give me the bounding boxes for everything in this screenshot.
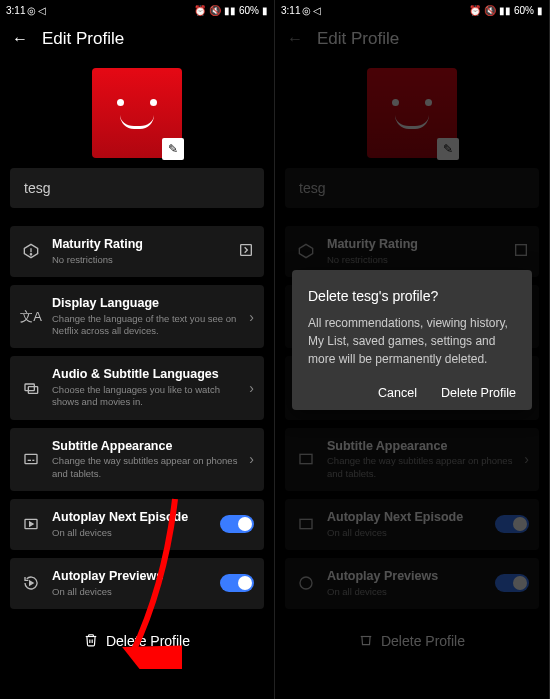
svg-rect-3 [241, 245, 252, 256]
battery-text: 60% [239, 5, 259, 16]
app-header: ← Edit Profile [0, 20, 274, 58]
row-sub: On all devices [327, 527, 485, 539]
trash-icon [359, 633, 373, 650]
profile-name-input [285, 168, 539, 208]
page-title: Edit Profile [42, 29, 124, 49]
signal-icon: ▮▮ [499, 5, 511, 16]
svg-rect-16 [300, 520, 312, 529]
previews-icon [295, 575, 317, 591]
dialog-body: All recommendations, viewing history, My… [308, 314, 516, 368]
svg-point-2 [30, 254, 31, 255]
row-title: Autoplay Next Episode [327, 510, 485, 526]
clock: 3:11 [281, 5, 300, 16]
mute-icon: 🔇 [209, 5, 221, 16]
cancel-button[interactable]: Cancel [378, 386, 417, 400]
row-sub: Choose the languages you like to watch s… [52, 384, 239, 409]
toggle-autoplay-previews [495, 574, 529, 592]
content-area: ✎ Maturity Rating No restrictions 文A Dis… [0, 58, 274, 609]
row-title: Maturity Rating [52, 237, 228, 253]
subtitle-icon [295, 451, 317, 467]
alarm-icon: ⏰ [469, 5, 481, 16]
row-title: Display Language [52, 296, 239, 312]
pane-delete-dialog: 3:11 ◎ ◁ ⏰ 🔇 ▮▮ 60% ▮ ← Edit Profile ✎ M… [275, 0, 550, 699]
signal-icon: ▮▮ [224, 5, 236, 16]
app-header: ← Edit Profile [275, 20, 549, 58]
confirm-delete-button[interactable]: Delete Profile [441, 386, 516, 400]
row-sub: On all devices [52, 527, 210, 539]
battery-icon: ▮ [537, 5, 543, 16]
dialog-title: Delete tesg's profile? [308, 288, 516, 304]
avatar-container: ✎ [10, 68, 264, 158]
svg-marker-10 [30, 522, 33, 526]
row-sub: Change the way subtitles appear on phone… [327, 455, 514, 480]
battery-icon: ▮ [262, 5, 268, 16]
row-display-language[interactable]: 文A Display Language Change the language … [10, 285, 264, 348]
row-sub: On all devices [52, 586, 210, 598]
avatar[interactable]: ✎ [92, 68, 182, 158]
chevron-right-icon: › [249, 380, 254, 396]
profile-name-input[interactable] [10, 168, 264, 208]
delete-label: Delete Profile [106, 633, 190, 649]
toggle-autoplay-next [495, 515, 529, 533]
page-title: Edit Profile [317, 29, 399, 49]
play-next-icon [20, 516, 42, 532]
svg-point-17 [300, 577, 312, 589]
edit-avatar-icon[interactable]: ✎ [162, 138, 184, 160]
delete-profile-button[interactable]: Delete Profile [0, 617, 274, 658]
row-title: Autoplay Next Episode [52, 510, 210, 526]
row-title: Audio & Subtitle Languages [52, 367, 239, 383]
row-autoplay-next: Autoplay Next Episode On all devices [10, 499, 264, 550]
row-audio-subtitle[interactable]: Audio & Subtitle Languages Choose the la… [10, 356, 264, 419]
row-sub: Change the language of the text you see … [52, 313, 239, 338]
maturity-icon [20, 243, 42, 259]
row-title: Subtitle Appearance [52, 439, 239, 455]
svg-rect-15 [300, 455, 312, 464]
status-bar: 3:11 ◎ ◁ ⏰ 🔇 ▮▮ 60% ▮ [275, 0, 549, 20]
external-icon [513, 242, 529, 261]
avatar: ✎ [367, 68, 457, 158]
play-next-icon [295, 516, 317, 532]
external-icon [238, 242, 254, 261]
svg-marker-12 [299, 245, 312, 258]
alarm-icon: ⏰ [194, 5, 206, 16]
delete-label: Delete Profile [381, 633, 465, 649]
battery-text: 60% [514, 5, 534, 16]
row-subtitle-appearance: Subtitle Appearance Change the way subti… [285, 428, 539, 491]
row-title: Maturity Rating [327, 237, 503, 253]
clock: 3:11 [6, 5, 25, 16]
row-sub: No restrictions [52, 254, 228, 266]
row-title: Subtitle Appearance [327, 439, 514, 455]
row-sub: On all devices [327, 586, 485, 598]
telegram-icon: ◁ [313, 5, 321, 16]
row-autoplay-previews: Autoplay Previews On all devices [285, 558, 539, 609]
mute-icon: 🔇 [484, 5, 496, 16]
audio-icon [20, 380, 42, 396]
language-icon: 文A [20, 308, 42, 326]
chevron-right-icon: › [249, 451, 254, 467]
toggle-autoplay-previews[interactable] [220, 574, 254, 592]
row-maturity[interactable]: Maturity Rating No restrictions [10, 226, 264, 277]
subtitle-icon [20, 451, 42, 467]
row-autoplay-next: Autoplay Next Episode On all devices [285, 499, 539, 550]
row-title: Autoplay Previews [52, 569, 210, 585]
back-icon[interactable]: ← [12, 30, 28, 48]
svg-marker-11 [30, 581, 33, 585]
svg-rect-13 [516, 245, 527, 256]
edit-avatar-icon: ✎ [437, 138, 459, 160]
dialog-actions: Cancel Delete Profile [308, 386, 516, 400]
row-subtitle-appearance[interactable]: Subtitle Appearance Change the way subti… [10, 428, 264, 491]
row-title: Autoplay Previews [327, 569, 485, 585]
row-sub: No restrictions [327, 254, 503, 266]
chevron-right-icon: › [249, 309, 254, 325]
whatsapp-icon: ◎ [27, 5, 36, 16]
svg-rect-6 [25, 455, 37, 464]
confirm-delete-dialog: Delete tesg's profile? All recommendatio… [292, 270, 532, 410]
row-sub: Change the way subtitles appear on phone… [52, 455, 239, 480]
toggle-autoplay-next[interactable] [220, 515, 254, 533]
back-icon: ← [287, 30, 303, 48]
telegram-icon: ◁ [38, 5, 46, 16]
maturity-icon [295, 243, 317, 259]
pane-edit-profile: 3:11 ◎ ◁ ⏰ 🔇 ▮▮ 60% ▮ ← Edit Profile ✎ [0, 0, 275, 699]
row-autoplay-previews: Autoplay Previews On all devices [10, 558, 264, 609]
delete-profile-button: Delete Profile [275, 617, 549, 658]
